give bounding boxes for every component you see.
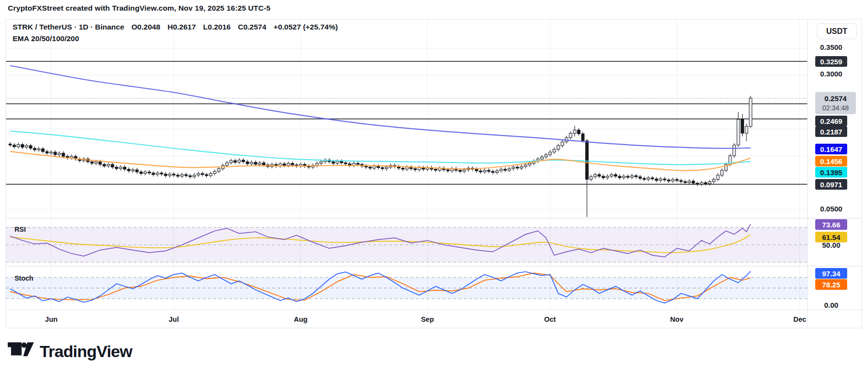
ohlc-change: +0.0527 (+25.74%) bbox=[274, 23, 338, 31]
last-price-value: 0.2574 bbox=[824, 94, 847, 104]
ema-indicator-title[interactable]: EMA 20/50/100/200 bbox=[13, 34, 79, 43]
ohlc-close: C0.2574 bbox=[238, 23, 267, 31]
month-tick: Oct bbox=[535, 315, 564, 323]
bar-close-countdown: 02:34:48 bbox=[822, 104, 849, 112]
month-tick: Aug bbox=[286, 315, 315, 323]
stoch-zero-tick: 0.00 bbox=[815, 301, 847, 310]
price-tick: 0.0500 bbox=[815, 205, 847, 213]
ema-lines bbox=[10, 66, 750, 171]
rsi-value-label: 73.66 bbox=[815, 219, 847, 230]
screenshot-root: CryptoFXStreet created with TradingView.… bbox=[0, 0, 868, 374]
ohlc-high: H0.2617 bbox=[168, 23, 196, 31]
month-tick: Dec bbox=[785, 315, 814, 323]
symbol-title[interactable]: STRK / TetherUS · 1D · Binance bbox=[13, 23, 124, 31]
currency-toggle-button[interactable]: USDT bbox=[817, 23, 857, 39]
level-price-label: 0.2187 bbox=[815, 126, 847, 137]
tradingview-logo-mark bbox=[8, 341, 34, 362]
attribution-text: CryptoFXStreet created with TradingView.… bbox=[8, 4, 271, 13]
stoch-pane-title[interactable]: Stoch bbox=[15, 274, 33, 282]
month-tick: Jul bbox=[159, 315, 188, 323]
rsi-ma-value-label: 61.54 bbox=[815, 232, 847, 242]
stoch-d-value-label: 78.25 bbox=[815, 279, 847, 290]
level-price-label: 0.0971 bbox=[815, 179, 847, 190]
month-tick: Sep bbox=[413, 315, 442, 323]
ema-cyan-price-label: 0.1395 bbox=[815, 167, 847, 178]
ema-orange-price-label: 0.1456 bbox=[815, 156, 847, 166]
rsi-pane-title[interactable]: RSI bbox=[15, 225, 26, 233]
ohlc-low: L0.2016 bbox=[203, 23, 231, 31]
ohlc-open: O0.2048 bbox=[132, 23, 160, 31]
month-tick: Jun bbox=[37, 315, 66, 323]
tradingview-logo-text: TradingView bbox=[40, 342, 132, 361]
level-price-label: 0.2469 bbox=[815, 116, 847, 126]
price-tick: 0.3500 bbox=[815, 43, 847, 52]
month-tick: Nov bbox=[662, 315, 691, 323]
tradingview-logo[interactable]: TradingView bbox=[8, 341, 132, 362]
stoch-k-value-label: 97.34 bbox=[815, 268, 847, 279]
level-price-label: 0.3259 bbox=[815, 56, 847, 67]
ema-blue-price-label: 0.1647 bbox=[815, 144, 847, 154]
candles bbox=[9, 96, 752, 217]
price-tick: 0.3000 bbox=[815, 70, 847, 78]
last-price-label: 0.2574 02:34:48 bbox=[815, 92, 856, 114]
symbol-title-row: STRK / TetherUS · 1D · BinanceO0.2048H0.… bbox=[13, 23, 345, 31]
